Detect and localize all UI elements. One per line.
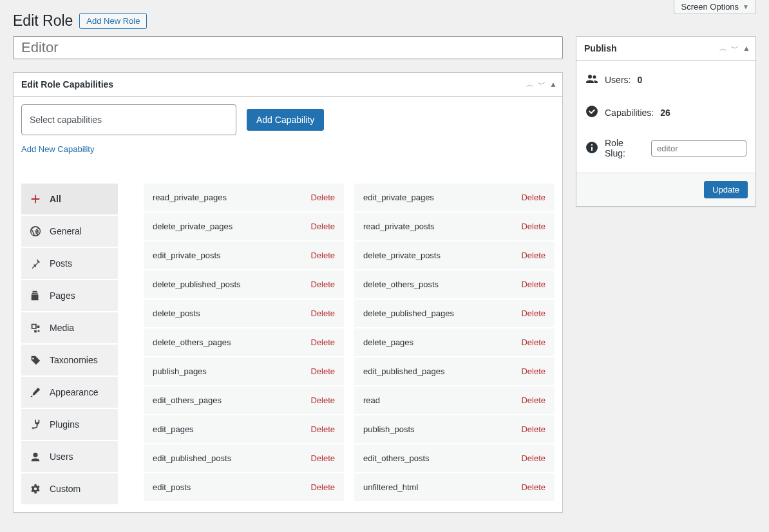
tab-appearance[interactable]: Appearance — [21, 377, 118, 408]
delete-capability-link[interactable]: Delete — [521, 280, 546, 289]
tab-taxonomies[interactable]: Taxonomies — [21, 345, 118, 375]
capability-row: delete_published_postsDelete — [144, 271, 344, 298]
tab-plugins[interactable]: Plugins — [21, 409, 118, 440]
delete-capability-link[interactable]: Delete — [521, 222, 546, 231]
delete-capability-link[interactable]: Delete — [310, 482, 335, 492]
capability-row: read_private_postsDelete — [354, 213, 555, 240]
role-name-input[interactable] — [13, 36, 563, 59]
delete-capability-link[interactable]: Delete — [310, 424, 335, 434]
info-icon — [585, 141, 598, 156]
delete-capability-link[interactable]: Delete — [310, 222, 335, 231]
capability-name: edit_others_pages — [153, 395, 222, 405]
capability-name: delete_pages — [363, 337, 413, 347]
toggle-triangle-icon[interactable]: ▲ — [743, 44, 750, 53]
users-label: Users: — [605, 75, 631, 85]
delete-capability-link[interactable]: Delete — [521, 193, 546, 202]
delete-capability-link[interactable]: Delete — [521, 337, 546, 347]
delete-capability-link[interactable]: Delete — [310, 366, 335, 376]
media-icon — [29, 321, 42, 334]
chevron-up-icon[interactable]: ︿ — [526, 79, 534, 90]
delete-capability-link[interactable]: Delete — [521, 251, 546, 260]
tab-general[interactable]: General — [21, 216, 118, 247]
capability-name: read_private_posts — [363, 222, 435, 231]
delete-capability-link[interactable]: Delete — [310, 280, 335, 289]
delete-capability-link[interactable]: Delete — [310, 251, 335, 260]
capability-name: publish_pages — [153, 366, 207, 376]
tab-label: Pages — [50, 290, 75, 301]
capability-row: delete_private_pagesDelete — [144, 213, 344, 240]
capability-name: delete_posts — [153, 309, 200, 318]
delete-capability-link[interactable]: Delete — [521, 482, 546, 492]
chevron-down-icon[interactable]: ﹀ — [538, 79, 546, 90]
screen-options-label: Screen Options — [681, 2, 739, 12]
tab-label: General — [50, 226, 82, 236]
add-capability-button[interactable]: Add Capability — [247, 109, 324, 131]
chevron-down-icon[interactable]: ﹀ — [731, 43, 739, 54]
capability-name: delete_private_posts — [363, 251, 441, 260]
capability-row: edit_pagesDelete — [144, 415, 344, 443]
capability-name: edit_published_pages — [363, 366, 445, 376]
capability-name: delete_published_pages — [363, 309, 454, 318]
chevron-up-icon[interactable]: ︿ — [719, 43, 727, 54]
delete-capability-link[interactable]: Delete — [521, 395, 546, 405]
tab-media[interactable]: Media — [21, 312, 118, 343]
tab-label: Posts — [50, 258, 72, 269]
capability-row: read_private_pagesDelete — [144, 184, 344, 211]
capability-name: delete_others_pages — [153, 337, 231, 347]
capabilities-select-placeholder: Select capabilities — [30, 115, 102, 125]
tab-pages[interactable]: Pages — [21, 280, 118, 311]
capability-row: edit_others_pagesDelete — [144, 386, 344, 414]
delete-capability-link[interactable]: Delete — [310, 193, 335, 202]
delete-capability-link[interactable]: Delete — [521, 424, 546, 434]
capability-name: edit_posts — [153, 482, 191, 492]
add-new-capability-link[interactable]: Add New Capability — [21, 144, 555, 154]
capability-row: publish_postsDelete — [354, 415, 555, 443]
capability-row: edit_published_pagesDelete — [354, 357, 555, 385]
delete-capability-link[interactable]: Delete — [521, 366, 546, 376]
delete-capability-link[interactable]: Delete — [310, 453, 335, 463]
delete-capability-link[interactable]: Delete — [521, 453, 546, 463]
capability-row: publish_pagesDelete — [144, 357, 344, 385]
capability-name: unfiltered_html — [363, 482, 418, 492]
tab-label: Users — [50, 451, 73, 462]
screen-options-toggle[interactable]: Screen Options ▼ — [674, 0, 756, 14]
page-title: Edit Role — [13, 12, 73, 30]
delete-capability-link[interactable]: Delete — [310, 337, 335, 347]
taxonomies-icon — [29, 354, 42, 366]
toggle-triangle-icon[interactable]: ▲ — [549, 80, 557, 89]
delete-capability-link[interactable]: Delete — [521, 309, 546, 318]
capability-row: delete_postsDelete — [144, 299, 344, 327]
users-icon — [585, 72, 598, 87]
tab-users[interactable]: Users — [21, 441, 118, 472]
capability-row: edit_private_pagesDelete — [354, 184, 555, 211]
update-button[interactable]: Update — [704, 181, 748, 198]
tab-posts[interactable]: Posts — [21, 248, 118, 279]
role-slug-label: Role Slug: — [605, 138, 645, 158]
tab-label: All — [50, 194, 61, 204]
role-slug-input[interactable] — [651, 140, 746, 157]
capabilities-select[interactable]: Select capabilities — [21, 104, 236, 135]
capability-row: edit_others_postsDelete — [354, 444, 555, 472]
capabilities-count: 26 — [660, 108, 670, 118]
tab-label: Custom — [50, 484, 81, 494]
publish-title: Publish — [576, 37, 625, 60]
users-icon — [29, 450, 42, 463]
capability-name: edit_private_pages — [363, 193, 434, 202]
plugins-icon — [29, 418, 42, 431]
tab-label: Appearance — [50, 387, 99, 397]
publish-postbox: Publish ︿ ﹀ ▲ Users: 0 Capabi — [576, 36, 756, 207]
all-icon — [29, 193, 42, 205]
capabilities-title: Edit Role Capabilities — [14, 73, 121, 96]
capability-name: delete_others_posts — [363, 280, 439, 289]
delete-capability-link[interactable]: Delete — [310, 395, 335, 405]
tab-all[interactable]: All — [21, 184, 118, 214]
appearance-icon — [29, 386, 42, 399]
capability-name: edit_others_posts — [363, 453, 430, 463]
tab-label: Taxonomies — [50, 355, 98, 365]
capability-name: delete_private_pages — [153, 222, 233, 231]
custom-icon — [29, 482, 42, 495]
tab-custom[interactable]: Custom — [21, 473, 118, 504]
add-new-role-button[interactable]: Add New Role — [79, 13, 147, 29]
delete-capability-link[interactable]: Delete — [310, 309, 335, 318]
capabilities-postbox: Edit Role Capabilities ︿ ﹀ ▲ Select capa… — [13, 72, 563, 513]
